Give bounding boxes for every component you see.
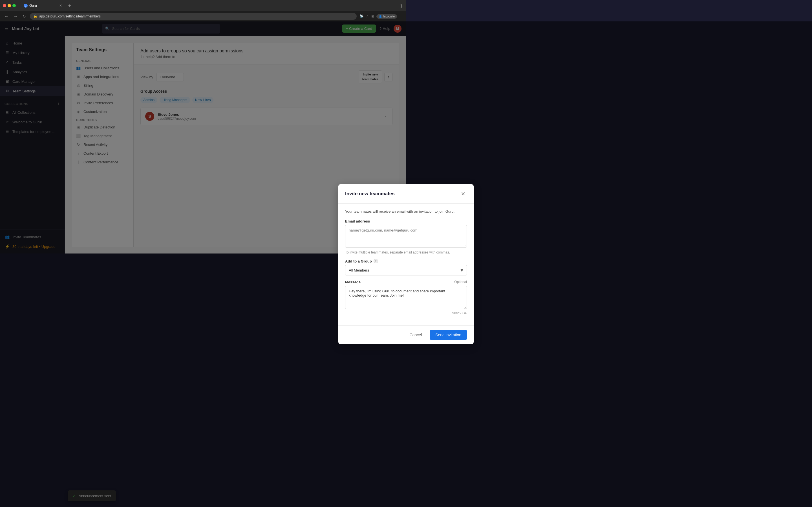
url-bar[interactable]: 🔒 app.getguru.com/settings/team/members bbox=[30, 13, 357, 20]
new-tab-button[interactable]: + bbox=[66, 3, 72, 8]
forward-button[interactable]: → bbox=[12, 13, 18, 20]
active-tab[interactable]: G Guru ✕ bbox=[20, 1, 65, 10]
chevron-right-icon: ❯ bbox=[400, 3, 403, 8]
close-dot[interactable] bbox=[3, 4, 6, 7]
tab-close-icon[interactable]: ✕ bbox=[59, 4, 62, 8]
email-form-group: Email address To invite multiple teammat… bbox=[345, 219, 406, 253]
grid-icon[interactable]: ⊞ bbox=[371, 14, 374, 18]
menu-icon[interactable]: ⋮ bbox=[399, 14, 403, 18]
modal-header: Invite new teammates ✕ bbox=[338, 184, 406, 204]
maximize-dot[interactable] bbox=[12, 4, 16, 7]
modal-description: Your teammates will receive an email wit… bbox=[345, 209, 406, 214]
tab-label: Guru bbox=[29, 4, 37, 8]
back-button[interactable]: ← bbox=[3, 13, 10, 20]
incognito-badge: 👤 Incognito bbox=[376, 14, 397, 18]
email-hint: To invite multiple teammates, separate e… bbox=[345, 250, 406, 253]
url-text: app.getguru.com/settings/team/members bbox=[39, 14, 101, 18]
modal-body: Your teammates will receive an email wit… bbox=[338, 204, 406, 253]
refresh-button[interactable]: ↻ bbox=[21, 13, 27, 20]
cast-icon: 📡 bbox=[359, 14, 364, 18]
address-bar-icons: 📡 ☆ ⊞ 👤 Incognito ⋮ bbox=[359, 14, 403, 18]
minimize-dot[interactable] bbox=[8, 4, 11, 7]
star-icon[interactable]: ☆ bbox=[366, 14, 369, 18]
modal-title: Invite new teammates bbox=[345, 191, 395, 196]
tab-favicon: G bbox=[24, 4, 28, 8]
invite-modal: Invite new teammates ✕ Your teammates wi… bbox=[338, 184, 406, 253]
browser-dots bbox=[3, 4, 16, 7]
lock-icon: 🔒 bbox=[33, 14, 38, 18]
address-bar: ← → ↻ 🔒 app.getguru.com/settings/team/me… bbox=[0, 11, 406, 21]
tab-bar: G Guru ✕ + bbox=[20, 1, 398, 10]
browser-chrome: G Guru ✕ + ❯ bbox=[0, 0, 406, 11]
modal-overlay[interactable]: Invite new teammates ✕ Your teammates wi… bbox=[0, 21, 406, 253]
email-label: Email address bbox=[345, 219, 406, 223]
email-textarea[interactable] bbox=[345, 225, 406, 247]
